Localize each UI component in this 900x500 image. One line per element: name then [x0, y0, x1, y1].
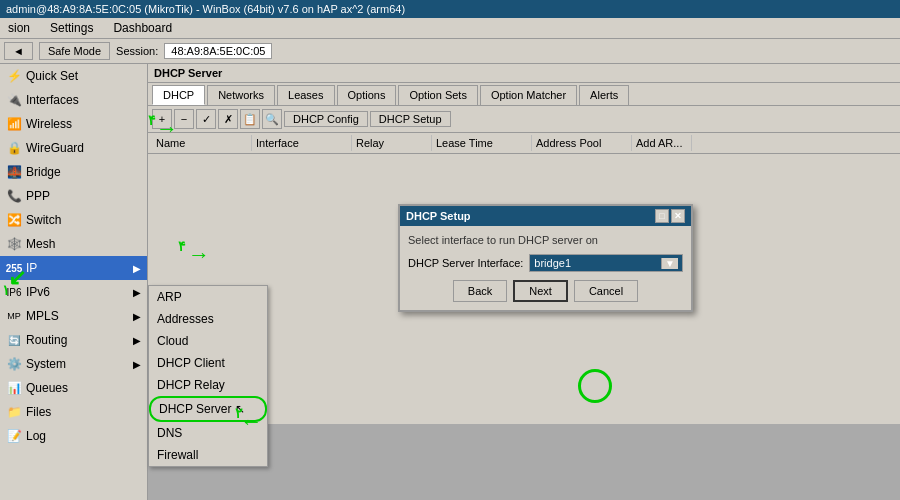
- dhcp-table-header: Name Interface Relay Lease Time Address …: [148, 133, 900, 154]
- col-interface: Interface: [252, 135, 352, 151]
- dialog-close-button[interactable]: ✕: [671, 209, 685, 223]
- enable-button[interactable]: ✓: [196, 109, 216, 129]
- queues-icon: 📊: [6, 380, 22, 396]
- dialog-field-label: DHCP Server Interface:: [408, 257, 523, 269]
- sidebar-item-label: Quick Set: [26, 69, 78, 83]
- session-value: 48:A9:8A:5E:0C:05: [164, 43, 272, 59]
- dialog-title-text: DHCP Setup: [406, 210, 471, 222]
- sidebar-item-log[interactable]: 📝 Log: [0, 424, 147, 448]
- col-relay: Relay: [352, 135, 432, 151]
- sidebar-item-label: Switch: [26, 213, 61, 227]
- ip-icon: 255: [6, 260, 22, 276]
- sidebar-item-bridge[interactable]: 🌉 Bridge: [0, 160, 147, 184]
- quick-set-icon: ⚡: [6, 68, 22, 84]
- sidebar-item-ip[interactable]: 255 IP ▶: [0, 256, 147, 280]
- dhcp-window-title: DHCP Server: [148, 64, 900, 83]
- back-button[interactable]: ◄: [4, 42, 33, 60]
- submenu-cloud[interactable]: Cloud: [149, 330, 267, 352]
- tab-option-sets[interactable]: Option Sets: [398, 85, 477, 105]
- tab-leases[interactable]: Leases: [277, 85, 334, 105]
- routing-arrow-icon: ▶: [133, 335, 141, 346]
- sidebar-item-label: Files: [26, 405, 51, 419]
- sidebar-item-wireguard[interactable]: 🔒 WireGuard: [0, 136, 147, 160]
- sidebar-item-system[interactable]: ⚙️ System ▶: [0, 352, 147, 376]
- safe-mode-button[interactable]: Safe Mode: [39, 42, 110, 60]
- sidebar-item-mpls[interactable]: MP MPLS ▶: [0, 304, 147, 328]
- menu-item-sion[interactable]: sion: [4, 20, 34, 36]
- ipv6-icon: IP6: [6, 284, 22, 300]
- main-container: ⚡ Quick Set 🔌 Interfaces 📶 Wireless 🔒 Wi…: [0, 64, 900, 500]
- dhcp-interface-select[interactable]: bridge1 ▼: [529, 254, 683, 272]
- remove-button[interactable]: −: [174, 109, 194, 129]
- add-button[interactable]: +: [152, 109, 172, 129]
- menu-item-settings[interactable]: Settings: [46, 20, 97, 36]
- submenu-arp[interactable]: ARP: [149, 286, 267, 308]
- sidebar-item-quick-set[interactable]: ⚡ Quick Set: [0, 64, 147, 88]
- menu-item-dashboard[interactable]: Dashboard: [109, 20, 176, 36]
- dialog-minimize-button[interactable]: □: [655, 209, 669, 223]
- disable-button[interactable]: ✗: [218, 109, 238, 129]
- sidebar-item-label: Bridge: [26, 165, 61, 179]
- title-text: admin@48:A9:8A:5E:0C:05 (MikroTik) - Win…: [6, 3, 405, 15]
- tab-networks[interactable]: Networks: [207, 85, 275, 105]
- dhcp-setup-button[interactable]: DHCP Setup: [370, 111, 451, 127]
- tab-alerts[interactable]: Alerts: [579, 85, 629, 105]
- mpls-icon: MP: [6, 308, 22, 324]
- filter-button[interactable]: 🔍: [262, 109, 282, 129]
- submenu-addresses[interactable]: Addresses: [149, 308, 267, 330]
- dhcp-toolbar: + − ✓ ✗ 📋 🔍 DHCP Config DHCP Setup: [148, 106, 900, 133]
- dhcp-config-button[interactable]: DHCP Config: [284, 111, 368, 127]
- sidebar-item-label: Log: [26, 429, 46, 443]
- submenu-firewall[interactable]: Firewall: [149, 444, 267, 466]
- session-label: Session:: [116, 45, 158, 57]
- bridge-icon: 🌉: [6, 164, 22, 180]
- sidebar-item-label: Routing: [26, 333, 67, 347]
- sidebar-item-label: WireGuard: [26, 141, 84, 155]
- cancel-button[interactable]: Cancel: [574, 280, 638, 302]
- mpls-arrow-icon: ▶: [133, 311, 141, 322]
- cursor-icon: ↖: [235, 402, 245, 416]
- ipv6-arrow-icon: ▶: [133, 287, 141, 298]
- next-button[interactable]: Next: [513, 280, 568, 302]
- system-arrow-icon: ▶: [133, 359, 141, 370]
- sidebar-item-label: System: [26, 357, 66, 371]
- sidebar-item-interfaces[interactable]: 🔌 Interfaces: [0, 88, 147, 112]
- sidebar-item-files[interactable]: 📁 Files: [0, 400, 147, 424]
- sidebar: ⚡ Quick Set 🔌 Interfaces 📶 Wireless 🔒 Wi…: [0, 64, 148, 500]
- sidebar-item-label: Queues: [26, 381, 68, 395]
- tab-option-matcher[interactable]: Option Matcher: [480, 85, 577, 105]
- sidebar-item-ipv6[interactable]: IP6 IPv6 ▶: [0, 280, 147, 304]
- sidebar-item-wireless[interactable]: 📶 Wireless: [0, 112, 147, 136]
- log-icon: 📝: [6, 428, 22, 444]
- dialog-content: Select interface to run DHCP server on D…: [400, 226, 691, 310]
- files-icon: 📁: [6, 404, 22, 420]
- submenu-dhcp-server[interactable]: DHCP Server ↖: [149, 396, 267, 422]
- sidebar-item-queues[interactable]: 📊 Queues: [0, 376, 147, 400]
- sidebar-item-label: Wireless: [26, 117, 72, 131]
- sidebar-item-mesh[interactable]: 🕸️ Mesh: [0, 232, 147, 256]
- dialog-field-row: DHCP Server Interface: bridge1 ▼: [408, 254, 683, 272]
- col-address-pool: Address Pool: [532, 135, 632, 151]
- routing-icon: 🔄: [6, 332, 22, 348]
- sidebar-item-routing[interactable]: 🔄 Routing ▶: [0, 328, 147, 352]
- dialog-title-buttons: □ ✕: [655, 209, 685, 223]
- submenu-dns[interactable]: DNS: [149, 422, 267, 444]
- main-toolbar: ◄ Safe Mode Session: 48:A9:8A:5E:0C:05: [0, 39, 900, 64]
- copy-button[interactable]: 📋: [240, 109, 260, 129]
- sidebar-item-label: IPv6: [26, 285, 50, 299]
- system-icon: ⚙️: [6, 356, 22, 372]
- sidebar-item-label: Mesh: [26, 237, 55, 251]
- menu-bar: sion Settings Dashboard: [0, 18, 900, 39]
- dropdown-arrow-icon[interactable]: ▼: [661, 258, 678, 269]
- submenu-dhcp-client[interactable]: DHCP Client: [149, 352, 267, 374]
- back-button[interactable]: Back: [453, 280, 507, 302]
- ip-submenu: ARP Addresses Cloud DHCP Client DHCP Rel…: [148, 285, 268, 467]
- dhcp-setup-dialog: DHCP Setup □ ✕ Select interface to run D…: [398, 204, 693, 312]
- sidebar-item-switch[interactable]: 🔀 Switch: [0, 208, 147, 232]
- tab-dhcp[interactable]: DHCP: [152, 85, 205, 105]
- sidebar-item-ppp[interactable]: 📞 PPP: [0, 184, 147, 208]
- submenu-dhcp-relay[interactable]: DHCP Relay: [149, 374, 267, 396]
- switch-icon: 🔀: [6, 212, 22, 228]
- title-bar: admin@48:A9:8A:5E:0C:05 (MikroTik) - Win…: [0, 0, 900, 18]
- tab-options[interactable]: Options: [337, 85, 397, 105]
